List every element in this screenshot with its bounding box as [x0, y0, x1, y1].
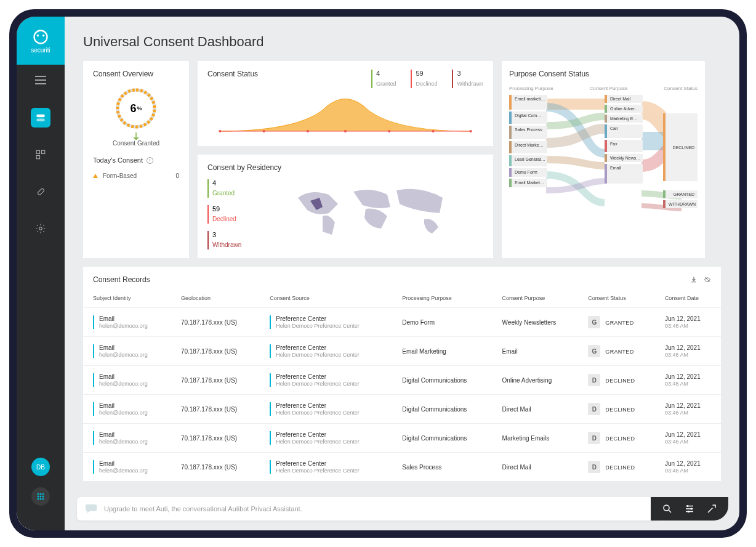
card-title: Purpose Consent Status [509, 70, 698, 78]
svg-point-23 [263, 130, 265, 132]
triangle-icon [93, 174, 98, 178]
table-header[interactable]: Consent Purpose [496, 290, 582, 308]
table-header[interactable]: Subject Identity [83, 290, 175, 308]
svg-point-8 [39, 227, 42, 230]
gear-icon [35, 223, 46, 234]
sankey-node: WITHDRAWN [663, 200, 698, 208]
svg-point-27 [432, 130, 435, 132]
table-row[interactable]: Emailhelen@democo.org70.187.178.xxx (US)… [83, 308, 721, 337]
svg-point-24 [307, 130, 309, 132]
table-header[interactable]: Consent Source [263, 290, 396, 308]
card-purpose-consent-status: Purpose Consent Status Processing Purpos… [502, 61, 705, 258]
world-map [260, 179, 483, 241]
hamburger-menu[interactable] [35, 76, 46, 87]
assistant-text: Upgrade to meet Auti, the conversational… [104, 505, 302, 513]
stat-declined: 59Declined [411, 70, 437, 88]
assistant-bar[interactable]: Upgrade to meet Auti, the conversational… [77, 497, 659, 521]
sankey-node: Weekly News… [605, 154, 643, 162]
sankey-header: Consent Status [664, 86, 698, 91]
svg-point-26 [388, 130, 390, 132]
sankey-node: Fax [605, 140, 643, 152]
card-consent-overview: Consent Overview 6% Consent Granted Toda… [83, 61, 189, 258]
card-title: Consent by Residency [207, 163, 483, 172]
clock-icon [147, 157, 153, 164]
grid-icon [35, 149, 46, 160]
sankey-header: Consent Purpose [590, 86, 628, 91]
svg-point-22 [219, 130, 221, 132]
sankey-node: Email Market… [509, 179, 547, 187]
svg-rect-6 [42, 150, 45, 153]
svg-point-10 [40, 493, 42, 495]
sankey-chart: Email marketi… Digital Com… Sales Proces… [509, 95, 698, 218]
gauge-chart: 6% [113, 86, 159, 131]
card-consent-residency: Consent by Residency 4Granted 59Declined… [198, 155, 493, 258]
table-row[interactable]: Emailhelen@democo.org70.187.178.xxx (US)… [83, 395, 721, 424]
svg-rect-4 [36, 119, 45, 122]
gauge-unit: % [137, 105, 142, 111]
apps-icon[interactable] [31, 487, 50, 506]
res-withdrawn: 3Withdrawn [207, 231, 241, 249]
sankey-node: Email [605, 164, 643, 184]
sankey-node: Online Adver… [605, 105, 643, 113]
expand-icon[interactable] [706, 503, 717, 514]
sankey-node: Marketing E… [605, 115, 643, 123]
table-row[interactable]: Emailhelen@democo.org70.187.178.xxx (US)… [83, 366, 721, 395]
records-table: Subject IdentityGeolocationConsent Sourc… [83, 290, 721, 481]
search-icon[interactable] [662, 503, 673, 514]
table-header[interactable]: Consent Status [582, 290, 659, 308]
svg-point-12 [38, 496, 39, 498]
stat-withdrawn: 3Withdrawn [452, 70, 483, 88]
svg-point-28 [470, 130, 472, 132]
table-header[interactable]: Consent Date [659, 290, 721, 308]
table-header[interactable]: Geolocation [175, 290, 263, 308]
download-icon[interactable] [690, 276, 698, 283]
visibility-off-icon[interactable] [704, 276, 711, 283]
sankey-node: Sales Process [509, 126, 547, 139]
svg-point-9 [38, 493, 39, 495]
nav-item-settings[interactable] [31, 219, 50, 238]
sankey-node: Demo Form [509, 168, 547, 177]
today-label: Today's Consent [93, 156, 143, 164]
svg-point-11 [42, 493, 44, 495]
card-consent-records: Consent Records Subject IdentityGeolocat… [83, 267, 721, 481]
nav-item-tools[interactable] [31, 182, 50, 201]
bell-curve-chart [207, 94, 483, 137]
card-title: Consent Overview [93, 70, 179, 78]
user-avatar[interactable]: DB [31, 458, 50, 476]
nav-item-consent[interactable] [31, 108, 50, 128]
metric-value: 0 [175, 172, 179, 179]
svg-rect-5 [36, 150, 39, 153]
bottom-toolbar [651, 497, 728, 521]
svg-point-31 [691, 508, 693, 510]
brand-text: securiti [31, 47, 50, 54]
svg-point-25 [344, 130, 347, 132]
sliders-icon[interactable] [684, 503, 695, 514]
table-row[interactable]: Emailhelen@democo.org70.187.178.xxx (US)… [83, 453, 721, 482]
svg-point-15 [38, 498, 39, 500]
svg-point-30 [687, 505, 689, 507]
stat-granted: 4Granted [371, 70, 396, 88]
svg-point-16 [40, 498, 42, 500]
res-declined: 59Declined [207, 205, 241, 224]
brand-logo[interactable]: securiti [17, 17, 65, 65]
gauge-value: 6 [130, 102, 136, 115]
svg-rect-3 [36, 115, 45, 118]
page-title: Universal Consent Dashboard [83, 34, 721, 50]
wrench-icon [35, 186, 46, 197]
svg-point-29 [664, 505, 669, 511]
table-header[interactable]: Processing Purpose [396, 290, 496, 308]
table-row[interactable]: Emailhelen@democo.org70.187.178.xxx (US)… [83, 424, 721, 453]
sankey-node: Call [605, 124, 643, 138]
svg-point-13 [40, 496, 42, 498]
nav-item-dashboard[interactable] [31, 145, 50, 164]
sankey-node: GRANTED [663, 190, 698, 198]
svg-point-17 [42, 498, 44, 500]
sankey-node: Digital Com… [509, 111, 547, 124]
sankey-node: Email marketi… [509, 95, 547, 110]
table-row[interactable]: Emailhelen@democo.org70.187.178.xxx (US)… [83, 337, 721, 366]
gauge-label: Consent Granted [113, 140, 159, 147]
chat-icon [84, 503, 98, 514]
sankey-node: Direct Mail [605, 95, 643, 103]
svg-point-32 [688, 511, 690, 513]
svg-point-0 [34, 30, 47, 43]
